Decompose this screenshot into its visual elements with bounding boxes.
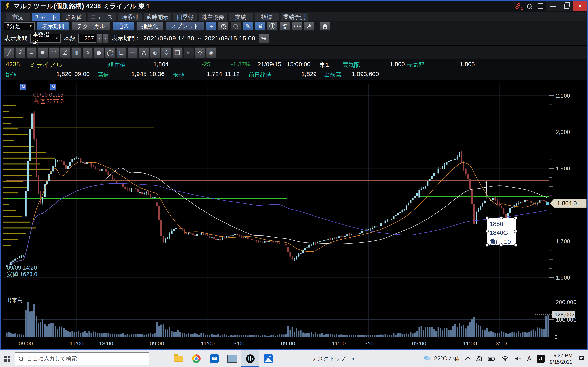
my-indicator-button[interactable]: MYılı	[279, 22, 290, 31]
tab-適時開示[interactable]: 適時開示	[144, 13, 171, 21]
prev-close: 1,829	[296, 71, 317, 77]
taskbar-separator	[167, 353, 167, 364]
count-increment-button[interactable]: ▲	[103, 34, 109, 43]
tab-市況[interactable]: 市況	[6, 13, 30, 21]
copy-object-tool-icon[interactable]: ❏	[173, 47, 182, 58]
toolbar-button-指数化[interactable]: 指数化	[136, 22, 163, 31]
count-mode-select[interactable]: 本数指定▼	[30, 34, 61, 43]
rectangle-tool-icon[interactable]: □	[116, 47, 126, 58]
svg-text:09/10 09:15: 09/10 09:15	[33, 92, 63, 98]
toolbar-button-表示期間[interactable]: 表示期間	[37, 22, 69, 31]
horizontal-segment-tool-icon[interactable]: ─	[128, 47, 138, 58]
tab-業績予測[interactable]: 業績予測	[281, 13, 308, 21]
desktop-toolbar[interactable]: デスクトップ »	[312, 355, 354, 362]
taskbar-search[interactable]: ここに入力して検索	[15, 352, 149, 365]
open-label: 始値	[5, 71, 17, 79]
taskbar-app-chrome-browser[interactable]	[187, 350, 205, 367]
taskbar-app-photos-app[interactable]	[259, 350, 277, 367]
search-icon[interactable]	[523, 1, 535, 12]
fibonacci-arc-tool-icon[interactable]: ◠	[49, 47, 59, 58]
price-volume-chart[interactable]: 2,1002,0001,9001,8001,7001,60009:0011:00…	[1, 80, 587, 349]
ime-alpha-mode[interactable]: A	[527, 355, 531, 363]
ask-price: 1,805	[449, 61, 475, 68]
ohlc-row: 始値 1,820 09:00 高値 1,945 10:36 安値 1,724 1…	[1, 70, 587, 80]
tab-指標[interactable]: 指標	[255, 13, 279, 21]
zoom-in-button[interactable]: +	[218, 22, 228, 31]
link-icon[interactable]: 1	[512, 1, 523, 12]
bid-price: 1,800	[379, 61, 405, 68]
chart-canvas[interactable]: 2,1002,0001,9001,8001,7001,60009:0011:00…	[0, 81, 588, 350]
interval-select[interactable]: 5分足▼	[4, 22, 35, 30]
quote-time: 15:00:00	[287, 61, 311, 68]
tab-チャート[interactable]: チャート	[32, 13, 60, 21]
minimize-button[interactable]: —	[546, 1, 560, 11]
toolbar-button-通常[interactable]: 通常	[113, 22, 134, 31]
bar-count-input[interactable]: 257	[78, 34, 96, 43]
tab-業績[interactable]: 業績	[229, 13, 253, 21]
zoom-out-button[interactable]: −	[231, 22, 241, 31]
eraser-tool-icon[interactable]: ◇	[195, 47, 205, 58]
parallel-lines-tool-icon[interactable]: ⫽	[15, 47, 25, 58]
close-button[interactable]: ×	[573, 1, 587, 11]
gann-fan-tool-icon[interactable]: ∠	[60, 47, 70, 58]
toolbar-button-スプレッド[interactable]: スプレッド	[165, 22, 204, 31]
chevron-right-icon: »	[351, 355, 355, 362]
drop-marker-tool-icon[interactable]: ⇩	[161, 47, 171, 58]
remote-desktop-icon	[227, 355, 237, 363]
pentagon-tool-icon[interactable]	[94, 47, 104, 58]
tab-四季報[interactable]: 四季報	[173, 13, 197, 21]
ime-mode-icon[interactable]: J	[537, 355, 545, 363]
tab-株主優待[interactable]: 株主優待	[199, 13, 227, 21]
capture-icon[interactable]	[475, 356, 483, 362]
toolbar-button-テクニカル[interactable]: テクニカル	[72, 22, 110, 31]
tray-expand-button[interactable]	[466, 356, 470, 361]
erase-all-tool-icon[interactable]: ◈	[206, 47, 216, 58]
photos-app-icon	[264, 354, 273, 363]
two-horizontal-lines-tool-icon[interactable]: =	[26, 47, 36, 58]
print-button[interactable]	[320, 22, 330, 31]
multi-horizontal-lines-tool-icon[interactable]: ≡	[38, 47, 48, 58]
menu-icon[interactable]	[535, 1, 546, 12]
tab-歩み値[interactable]: 歩み値	[62, 13, 86, 21]
tab-ニュース[interactable]: ニュース	[87, 13, 116, 21]
start-button[interactable]	[0, 350, 15, 367]
range-label: 表示期間：	[112, 34, 140, 42]
text-tool-icon[interactable]: A	[139, 47, 149, 58]
svg-text:13:00: 13:00	[493, 340, 507, 347]
svg-text:11:00: 11:00	[332, 340, 346, 347]
speaker-icon[interactable]	[514, 356, 522, 361]
weather-widget[interactable]: 22°C 小雨	[423, 355, 461, 363]
taskbar-clock[interactable]: 9:37 PM 9/15/2021	[550, 352, 572, 365]
action-center-icon[interactable]	[578, 355, 585, 362]
trend-line-tool-icon[interactable]: ╱	[4, 47, 14, 58]
crosshair-button[interactable]: +	[206, 22, 216, 31]
info-button[interactable]: ⓘ	[267, 22, 277, 31]
market-name: 東1	[319, 61, 329, 69]
yen-scale-button[interactable]: ¥	[255, 22, 265, 31]
count-decrement-button[interactable]: ▼	[96, 34, 102, 43]
svg-text:09:00: 09:00	[281, 340, 295, 347]
reset-period-button[interactable]: ↩	[259, 34, 269, 43]
taskbar-app-remote-desktop[interactable]	[223, 350, 241, 367]
wifi-icon[interactable]	[501, 356, 509, 361]
tab-時系列[interactable]: 時系列	[118, 13, 142, 21]
draw-pencil-button[interactable]: ✎	[243, 22, 253, 31]
taskbar-app-mail-app[interactable]	[205, 350, 223, 367]
rain-cloud-icon	[423, 355, 432, 363]
icon-stamp-tool-icon[interactable]: ☺	[150, 47, 160, 58]
taskbar-app-trading-app[interactable]	[241, 350, 259, 367]
hand-drag-tool-icon[interactable]: ☛	[184, 47, 194, 58]
settings-wrench-button[interactable]	[304, 22, 314, 31]
restore-button[interactable]	[560, 1, 573, 11]
svg-text:13:00: 13:00	[361, 340, 376, 347]
area-chart-button[interactable]: ▲▲▲	[292, 22, 302, 31]
battery-icon[interactable]	[488, 356, 496, 361]
mail-app-icon	[210, 354, 219, 363]
taskbar-app-file-explorer[interactable]	[169, 350, 187, 367]
fan-lines-tool-icon[interactable]: ///	[83, 47, 93, 58]
ellipse-tool-icon[interactable]: ◯	[105, 47, 115, 58]
svg-text:N: N	[52, 84, 55, 90]
svg-text:2,100: 2,100	[556, 92, 570, 99]
task-view-button[interactable]	[149, 350, 165, 367]
vertical-lines-tool-icon[interactable]: ||||	[71, 47, 81, 58]
